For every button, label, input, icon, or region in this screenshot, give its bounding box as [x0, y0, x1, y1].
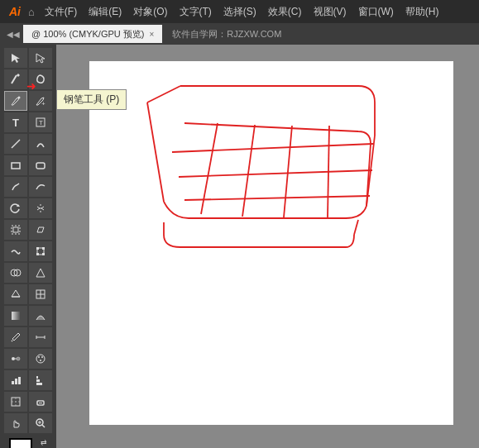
reflect-tool[interactable] — [29, 198, 52, 218]
blend-tool[interactable] — [4, 349, 27, 369]
tool-row-16 — [0, 370, 56, 390]
title-bar: Ai ⌂ 文件(F) 编辑(E) 对象(O) 文字(T) 选择(S) 效果(C)… — [0, 0, 479, 23]
svg-text:+: + — [41, 100, 46, 107]
shear-tool[interactable] — [29, 220, 52, 240]
svg-point-2 — [18, 97, 21, 99]
svg-line-57 — [201, 123, 218, 214]
rotate-tool[interactable] — [4, 198, 27, 218]
svg-rect-41 — [36, 376, 38, 379]
zoom-tool[interactable] — [29, 413, 52, 433]
svg-line-61 — [172, 144, 373, 152]
menu-text[interactable]: 文字(T) — [175, 3, 217, 21]
mesh-tool[interactable] — [29, 284, 52, 304]
main-layout: + T T — [0, 45, 479, 448]
color-area: ⇄ ◩ ▣ ⬛ — [0, 435, 56, 448]
rect-tool[interactable] — [4, 155, 27, 175]
tool-row-4: T T — [0, 112, 56, 132]
tool-row-11 — [0, 263, 56, 283]
canvas-area[interactable] — [56, 45, 479, 448]
tab-close-button[interactable]: × — [149, 30, 154, 39]
tool-row-15 — [0, 349, 56, 369]
menu-help[interactable]: 帮助(H) — [400, 3, 444, 21]
svg-rect-15 — [42, 247, 45, 250]
smooth-tool[interactable] — [29, 177, 52, 197]
tool-row-6 — [0, 155, 56, 175]
direct-select-tool[interactable] — [29, 48, 52, 68]
shopping-cart-drawing — [139, 78, 412, 317]
tool-row-2 — [0, 69, 56, 89]
magic-wand-tool[interactable] — [4, 69, 27, 89]
menu-window[interactable]: 窗口(W) — [353, 3, 399, 21]
add-anchor-tool[interactable]: + — [29, 91, 52, 111]
swap-colors-icon[interactable]: ⇄ — [41, 438, 47, 446]
tool-row-5 — [0, 134, 56, 154]
gradient-tool[interactable] — [4, 306, 27, 326]
svg-line-6 — [12, 140, 20, 148]
line-tool[interactable] — [4, 134, 27, 154]
canvas — [89, 61, 453, 425]
warp-tool[interactable] — [4, 241, 27, 261]
scale-tool[interactable] — [4, 220, 27, 240]
menu-file[interactable]: 文件(F) — [40, 3, 82, 21]
bar-graph-tool[interactable] — [4, 370, 27, 390]
menu-edit[interactable]: 编辑(E) — [84, 3, 127, 21]
free-transform-tool[interactable] — [29, 241, 52, 261]
svg-line-55 — [147, 102, 164, 202]
selector-tool[interactable] — [4, 48, 27, 68]
fill-swatch[interactable] — [9, 438, 32, 448]
home-icon[interactable]: ⌂ — [28, 6, 35, 18]
menu-object[interactable]: 对象(O) — [128, 3, 172, 21]
svg-line-63 — [184, 196, 370, 200]
menu-effect[interactable]: 效果(C) — [263, 3, 307, 21]
ai-logo: Ai — [7, 4, 23, 19]
svg-line-54 — [147, 86, 180, 102]
svg-line-25 — [12, 341, 12, 341]
lasso-tool[interactable] — [29, 69, 52, 89]
symbol-spray-tool[interactable] — [29, 349, 52, 369]
tool-row-1 — [0, 48, 56, 68]
svg-rect-38 — [18, 377, 21, 384]
tab-watermark: 软件自学网：RJZXW.COM — [172, 28, 281, 41]
pencil-tool[interactable] — [4, 177, 27, 197]
svg-rect-7 — [12, 163, 20, 169]
color-swatches: ⇄ ◩ — [9, 438, 47, 448]
menu-bar: 文件(F) 编辑(E) 对象(O) 文字(T) 选择(S) 效果(C) 视图(V… — [40, 3, 472, 21]
measure-tool[interactable] — [29, 327, 52, 347]
tool-row-13 — [0, 306, 56, 326]
tool-row-7 — [0, 177, 56, 197]
svg-rect-46 — [39, 401, 42, 405]
tool-row-14 — [0, 327, 56, 347]
svg-rect-36 — [12, 381, 14, 384]
svg-point-30 — [17, 357, 20, 360]
area-type-tool[interactable]: T — [29, 112, 52, 132]
hand-tool[interactable] — [4, 413, 27, 433]
collapse-arrow[interactable]: ◀◀ — [7, 30, 20, 39]
tool-row-12 — [0, 284, 56, 304]
type-tool[interactable]: T — [4, 112, 27, 132]
svg-line-58 — [242, 125, 255, 217]
live-paint-tool[interactable] — [29, 263, 52, 283]
svg-rect-14 — [36, 247, 39, 250]
svg-rect-11 — [13, 227, 18, 232]
eyedropper-tool[interactable] — [4, 327, 27, 347]
slice-tool[interactable] — [4, 392, 27, 412]
svg-rect-8 — [36, 163, 45, 169]
pen-tool[interactable] — [4, 91, 27, 111]
menu-view[interactable]: 视图(V) — [309, 3, 352, 21]
menu-select[interactable]: 选择(S) — [218, 3, 261, 21]
toolbar: + T T — [0, 45, 56, 448]
perspective-tool[interactable] — [4, 284, 27, 304]
svg-rect-24 — [12, 312, 20, 320]
eraser-tool[interactable] — [29, 392, 52, 412]
column-graph-tool[interactable] — [29, 370, 52, 390]
tab-bar: ◀◀ @ 100% (CMYK/GPU 预览) × 软件自学网：RJZXW.CO… — [0, 23, 479, 45]
tab-label: @ 100% (CMYK/GPU 预览) — [31, 28, 144, 41]
svg-rect-39 — [36, 379, 40, 382]
arc-tool[interactable] — [29, 134, 52, 154]
gradient-mesh-tool[interactable] — [29, 306, 52, 326]
round-rect-tool[interactable] — [29, 155, 52, 175]
svg-rect-16 — [36, 253, 39, 255]
svg-point-29 — [12, 357, 15, 360]
shape-builder-tool[interactable] — [4, 263, 27, 283]
active-tab[interactable]: @ 100% (CMYK/GPU 预览) × — [23, 25, 162, 43]
